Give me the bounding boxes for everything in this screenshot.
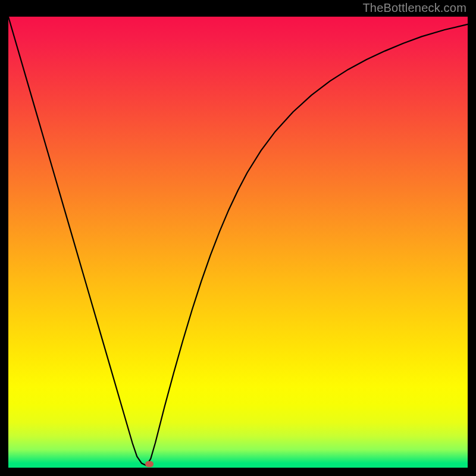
optimal-point-marker xyxy=(145,461,154,467)
plot-area xyxy=(8,17,468,468)
watermark-text: TheBottleneck.com xyxy=(362,1,466,15)
chart-container: TheBottleneck.com xyxy=(0,0,476,476)
bottleneck-curve xyxy=(8,17,468,468)
